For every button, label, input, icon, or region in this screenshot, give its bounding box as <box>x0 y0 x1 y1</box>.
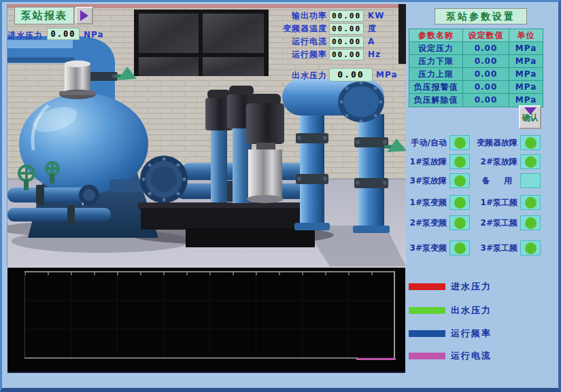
output-power-label: 输出功率 <box>273 10 327 22</box>
indicator-lamp <box>454 217 466 229</box>
chart-right-axis <box>394 272 395 359</box>
chart-bottom-axis <box>24 357 358 359</box>
run-frequency-label: 运行频率 <box>273 49 327 60</box>
inlet-pressure-value: 0.00 <box>47 28 80 40</box>
status-label-pump3-fault: 3#泵故障 <box>392 173 447 188</box>
status-label-pump2-mains: 2#泵工频 <box>466 215 517 230</box>
param-value[interactable]: 0.00 <box>463 81 509 94</box>
vfd-temp-label: 变频器温度 <box>273 23 327 35</box>
vfd-temp-value: 00.00 <box>329 23 364 35</box>
confirm-button[interactable]: 确认 <box>519 105 541 129</box>
trend-chart-plot-area <box>24 272 395 358</box>
report-button[interactable]: 泵站报表 <box>14 7 93 24</box>
settings-panel-title: 泵站参数设置 <box>435 8 527 24</box>
chart-left-axis <box>24 272 25 358</box>
status-label-pump2-fault: 2#泵故障 <box>466 154 517 169</box>
param-name: 设定压力 <box>409 42 463 55</box>
legend-label-run-current: 运行电流 <box>451 350 492 362</box>
legend-label-outlet-pressure: 出水压力 <box>451 304 492 317</box>
status-label-pump1-fault: 1#泵故障 <box>392 154 447 169</box>
outlet-pressure-label: 出水压力 <box>273 70 327 82</box>
output-power-unit: KW <box>368 10 385 22</box>
param-name: 负压解除值 <box>409 94 463 107</box>
run-current-unit: A <box>368 36 375 48</box>
status-label-pump2-vfd: 2#泵变频 <box>392 215 447 230</box>
legend-swatch-outlet-pressure <box>409 307 445 314</box>
status-label-pump3-mains: 3#泵工频 <box>466 240 517 255</box>
pump-station-hmi-screen: 泵站报表 进水压力 0.00 NPa 输出功率 00.00 KW 变频器温度 0… <box>0 0 561 392</box>
legend-swatch-run-frequency <box>409 330 445 337</box>
outlet-pressure-unit: MPa <box>376 70 398 79</box>
status-label-spare: 备 用 <box>466 173 517 188</box>
run-frequency-unit: Hz <box>368 49 381 60</box>
table-row: 压力下限 0.00 MPa <box>409 55 543 68</box>
col-set-value: 设定数值 <box>463 29 509 42</box>
status-lamp-pump2-mains <box>520 215 541 230</box>
status-lamp-pump1-mains <box>520 195 541 210</box>
indicator-lamp <box>525 217 537 229</box>
run-frequency-value: 00.00 <box>329 49 364 60</box>
indicator-lamp <box>454 175 466 187</box>
indicator-lamp <box>525 137 537 149</box>
status-label-auto-manual: 手动/自动 <box>392 135 447 150</box>
status-lamp-pump2-fault <box>520 154 541 169</box>
indicator-lamp <box>454 197 466 209</box>
legend-label-run-frequency: 运行频率 <box>451 327 492 340</box>
legend-swatch-run-current <box>409 353 445 359</box>
param-unit: MPa <box>509 55 543 68</box>
legend-label-inlet-pressure: 进水压力 <box>451 281 492 293</box>
table-row: 设定压力 0.00 MPa <box>409 42 543 55</box>
param-unit: MPa <box>509 68 543 81</box>
status-label-pump1-vfd: 1#泵变频 <box>392 195 447 210</box>
status-lamp-pump3-mains <box>520 240 541 255</box>
vfd-temp-unit: 度 <box>368 23 377 35</box>
param-unit: MPa <box>509 42 543 55</box>
col-param-name: 参数名称 <box>409 29 463 42</box>
param-name: 压力下限 <box>409 55 463 68</box>
indicator-lamp <box>525 197 537 209</box>
trend-chart <box>7 268 405 373</box>
play-icon <box>75 7 93 24</box>
status-label-vfd-fault: 变频器故障 <box>466 135 517 150</box>
indicator-lamp <box>525 156 537 168</box>
param-value[interactable]: 0.00 <box>463 94 509 107</box>
indicator-lamp <box>454 156 466 168</box>
indicator-lamp <box>454 137 466 149</box>
status-label-pump3-vfd: 3#泵变频 <box>392 240 447 255</box>
param-value[interactable]: 0.00 <box>463 55 509 68</box>
run-current-trace <box>356 358 396 360</box>
param-name: 负压报警值 <box>409 81 463 94</box>
settings-table-header: 参数名称 设定数值 单位 <box>409 29 543 42</box>
inlet-pressure-unit: NPa <box>84 30 104 39</box>
table-row: 负压报警值 0.00 MPa <box>409 81 543 94</box>
outlet-pressure-value: 0.00 <box>329 68 373 82</box>
legend-swatch-inlet-pressure <box>409 283 445 290</box>
settings-table: 参数名称 设定数值 单位 设定压力 0.00 MPa 压力下限 0.00 MPa… <box>409 29 543 107</box>
param-value[interactable]: 0.00 <box>463 68 509 81</box>
indicator-lamp <box>525 243 537 254</box>
status-label-pump1-mains: 1#泵工频 <box>466 195 517 210</box>
status-lamp-spare <box>520 173 541 188</box>
table-row: 压力上限 0.00 MPa <box>409 68 543 81</box>
chart-axis-ticks <box>24 272 395 275</box>
run-current-label: 运行电流 <box>273 36 327 48</box>
col-unit: 单位 <box>509 29 543 42</box>
report-button-label: 泵站报表 <box>14 7 74 24</box>
output-power-value: 00.00 <box>329 10 364 22</box>
indicator-lamp <box>454 243 466 254</box>
status-lamp-vfd-fault <box>520 135 541 150</box>
param-name: 压力上限 <box>409 68 463 81</box>
param-value[interactable]: 0.00 <box>463 42 509 55</box>
confirm-button-label: 确认 <box>522 112 539 124</box>
param-unit: MPa <box>509 81 543 94</box>
run-current-value: 00.00 <box>329 36 364 48</box>
inlet-pressure-label: 进水压力 <box>7 30 43 41</box>
